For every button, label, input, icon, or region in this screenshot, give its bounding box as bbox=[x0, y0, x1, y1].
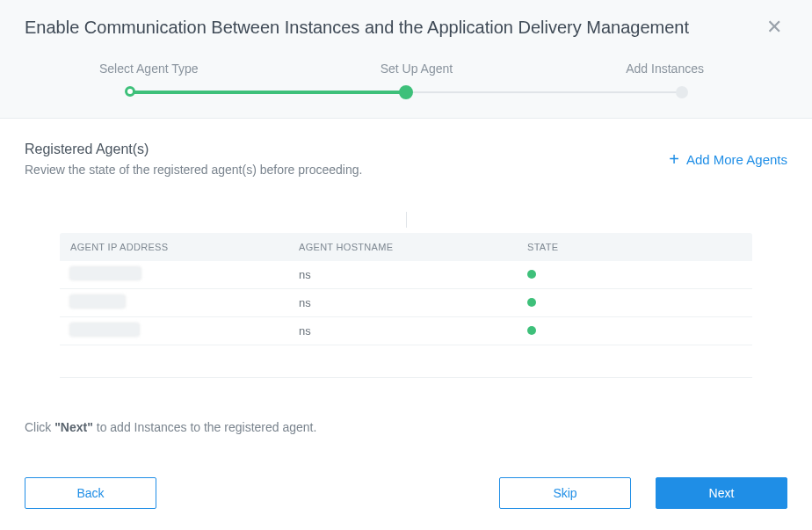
next-button[interactable]: Next bbox=[656, 477, 787, 509]
redacted-ip bbox=[70, 323, 139, 336]
plus-icon: + bbox=[669, 150, 679, 168]
column-header-hostname: AGENT HOSTNAME bbox=[288, 233, 517, 261]
table-row: ns bbox=[60, 261, 752, 289]
redacted-ip bbox=[70, 295, 125, 308]
table-top-divider bbox=[406, 212, 407, 228]
state-up-icon bbox=[527, 298, 536, 307]
cell-state bbox=[517, 263, 728, 287]
skip-button[interactable]: Skip bbox=[499, 477, 631, 509]
close-icon[interactable]: ✕ bbox=[761, 16, 787, 39]
column-header-ip: AGENT IP ADDRESS bbox=[60, 233, 288, 261]
cell-state bbox=[517, 319, 728, 343]
modal-title: Enable Communication Between Instances a… bbox=[25, 18, 689, 38]
step-label-set-up-agent: Set Up Agent bbox=[381, 62, 453, 76]
column-header-state: STATE bbox=[517, 233, 728, 261]
cell-ip bbox=[60, 290, 288, 316]
step-label-select-agent-type: Select Agent Type bbox=[99, 62, 199, 76]
back-button[interactable]: Back bbox=[25, 477, 156, 509]
cell-ip bbox=[60, 318, 288, 344]
cell-hostname: ns bbox=[288, 263, 517, 287]
hint-text: Click "Next" to add Instances to the reg… bbox=[25, 420, 787, 434]
table-row: ns bbox=[60, 289, 752, 317]
section-subtitle: Review the state of the registered agent… bbox=[25, 163, 362, 177]
step-label-add-instances: Add Instances bbox=[626, 62, 704, 76]
table-row: ns bbox=[60, 317, 752, 345]
step-dot-2 bbox=[399, 85, 413, 99]
redacted-ip bbox=[70, 267, 141, 280]
stepper-progress bbox=[130, 91, 406, 94]
cell-state bbox=[517, 291, 728, 315]
table-bottom-divider bbox=[60, 377, 752, 378]
state-up-icon bbox=[527, 326, 536, 335]
step-dot-1 bbox=[125, 86, 135, 97]
state-up-icon bbox=[527, 270, 536, 279]
cell-ip bbox=[60, 262, 288, 287]
add-more-agents-label: Add More Agents bbox=[686, 152, 787, 167]
section-title: Registered Agent(s) bbox=[25, 142, 362, 157]
cell-hostname: ns bbox=[288, 319, 517, 343]
step-dot-3 bbox=[676, 86, 688, 98]
cell-hostname: ns bbox=[288, 291, 517, 315]
add-more-agents-link[interactable]: + Add More Agents bbox=[669, 150, 787, 168]
table-header: AGENT IP ADDRESS AGENT HOSTNAME STATE bbox=[60, 233, 752, 261]
